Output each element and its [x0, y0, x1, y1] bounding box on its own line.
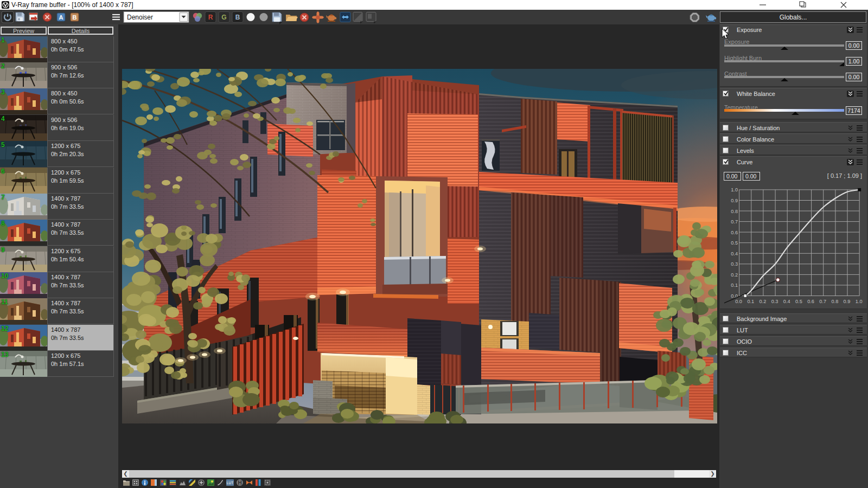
svg-text:0.5: 0.5	[795, 299, 802, 304]
svg-text:0.0: 0.0	[735, 299, 742, 304]
svg-text:0.9: 0.9	[731, 198, 738, 203]
svg-text:0.9: 0.9	[844, 299, 851, 304]
svg-text:Globals...: Globals...	[780, 14, 807, 21]
svg-text:R: R	[208, 14, 213, 21]
svg-text:0.1: 0.1	[747, 299, 754, 304]
svg-text:H: H	[238, 480, 241, 486]
svg-text:0.4: 0.4	[731, 251, 738, 256]
svg-text:LUT: LUT	[227, 481, 233, 485]
svg-text:0.0: 0.0	[731, 293, 738, 299]
svg-text:0.3: 0.3	[771, 299, 778, 304]
svg-text:B: B	[235, 14, 240, 21]
svg-text:0.1: 0.1	[731, 282, 738, 288]
svg-text:Denoiser: Denoiser	[127, 14, 153, 21]
svg-text:1.0: 1.0	[731, 187, 738, 192]
svg-text:0.7: 0.7	[731, 219, 738, 224]
svg-text:0.6: 0.6	[731, 230, 738, 235]
svg-text:1.0: 1.0	[856, 299, 863, 304]
svg-text:G: G	[221, 14, 226, 21]
svg-text:0.7: 0.7	[819, 299, 826, 304]
svg-text:0.8: 0.8	[731, 209, 738, 214]
svg-text:B: B	[73, 14, 77, 21]
svg-text:0.8: 0.8	[832, 299, 839, 304]
svg-text:0.2: 0.2	[760, 299, 767, 304]
svg-text:0.6: 0.6	[807, 299, 814, 304]
svg-text:0.2: 0.2	[731, 272, 738, 278]
svg-text:A: A	[59, 14, 63, 21]
svg-text:0.5: 0.5	[731, 240, 738, 246]
svg-text:0.3: 0.3	[731, 261, 738, 267]
svg-text:0.4: 0.4	[783, 299, 790, 304]
